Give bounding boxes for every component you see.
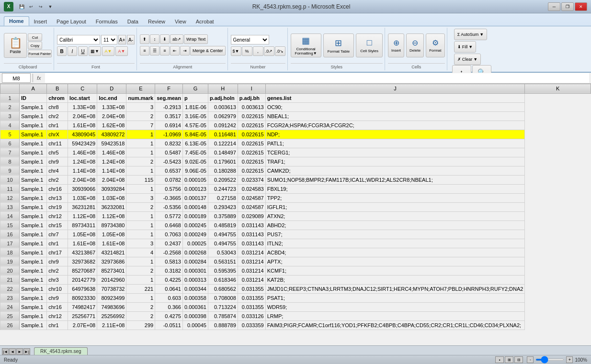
font-size-decrease-button[interactable]: A- bbox=[127, 35, 135, 44]
table-cell[interactable]: 0.022615 bbox=[238, 148, 265, 157]
table-cell[interactable]: TPP2; bbox=[265, 193, 525, 202]
table-cell[interactable]: num.mark bbox=[126, 93, 155, 102]
row-number[interactable]: 20 bbox=[0, 266, 20, 275]
table-cell[interactable]: 7 bbox=[126, 121, 155, 130]
italic-button[interactable]: I bbox=[68, 46, 77, 56]
table-cell[interactable]: 85270687 bbox=[68, 266, 97, 275]
table-cell[interactable]: chr1 bbox=[47, 239, 68, 248]
table-cell[interactable]: 0.022615 bbox=[238, 130, 265, 139]
table-cell[interactable]: 1.61E+08 bbox=[97, 239, 126, 248]
table-row[interactable]: 15Sample.1chr15897343118973438010.64680.… bbox=[0, 221, 591, 230]
format-table-button[interactable]: ⊞ Format Table bbox=[323, 33, 354, 57]
table-cell[interactable]: chr5 bbox=[47, 148, 68, 157]
table-cell[interactable]: 1.05E+08 bbox=[68, 230, 97, 239]
table-cell[interactable]: ABHD2; bbox=[265, 221, 525, 230]
table-cell[interactable]: 3 bbox=[126, 102, 155, 111]
table-cell[interactable]: 0.031143 bbox=[238, 221, 265, 230]
table-cell[interactable]: 0.000189 bbox=[182, 211, 208, 221]
table-cell[interactable]: loc.start bbox=[68, 93, 97, 102]
table-cell[interactable]: 0.485819 bbox=[208, 221, 238, 230]
fill-color-button[interactable]: A▼ bbox=[102, 46, 114, 56]
table-row[interactable]: 26Sample.1chr12.07E+082.11E+08299-0.0511… bbox=[0, 320, 591, 330]
table-cell[interactable]: 1.14E+08 bbox=[97, 166, 126, 175]
zoom-slider[interactable] bbox=[535, 359, 564, 361]
table-row[interactable]: 1IDchromloc.startloc.endnum.markseg.mean… bbox=[0, 93, 591, 102]
table-cell[interactable]: 0.148497 bbox=[208, 148, 238, 157]
row-number[interactable]: 15 bbox=[0, 221, 20, 230]
cell-reference-box[interactable]: M8 bbox=[2, 73, 31, 83]
table-cell[interactable]: 0.375889 bbox=[208, 211, 238, 221]
table-cell[interactable]: 0.618346 bbox=[208, 275, 238, 284]
table-cell[interactable]: Sample.1 bbox=[20, 230, 47, 239]
comma-button[interactable]: , bbox=[253, 46, 263, 56]
table-cell[interactable]: 0.022615 bbox=[238, 139, 265, 148]
table-cell[interactable]: 0.024587 bbox=[238, 193, 265, 202]
table-cell[interactable]: Sample.1 bbox=[20, 284, 47, 293]
table-cell[interactable]: 2.04E+08 bbox=[97, 175, 126, 184]
table-cell[interactable]: 20142960 bbox=[97, 275, 126, 284]
table-cell[interactable]: 0.27158 bbox=[208, 193, 238, 202]
table-cell[interactable]: 4 bbox=[126, 248, 155, 257]
merge-center-button[interactable]: Merge & Center bbox=[190, 46, 226, 55]
table-cell[interactable]: 0.3517 bbox=[155, 111, 183, 121]
table-cell[interactable]: 2.04E+08 bbox=[68, 111, 97, 121]
table-row[interactable]: 16Sample.1chr71.05E+081.05E+0810.70630.0… bbox=[0, 230, 591, 239]
table-cell[interactable]: -0.3665 bbox=[155, 193, 183, 202]
table-cell[interactable]: 0.888789 bbox=[208, 320, 238, 330]
table-cell[interactable]: 0.031355 bbox=[238, 293, 265, 302]
table-cell[interactable]: 0.000361 bbox=[182, 302, 208, 311]
table-cell[interactable]: 43214821 bbox=[97, 248, 126, 257]
table-cell[interactable]: 5.84E-05 bbox=[182, 130, 208, 139]
table-cell[interactable]: seg.mean bbox=[155, 93, 183, 102]
table-cell[interactable]: 85273401 bbox=[97, 266, 126, 275]
table-cell[interactable]: genes.list bbox=[265, 93, 525, 102]
table-cell[interactable]: p bbox=[182, 93, 208, 102]
table-row[interactable]: 24Sample.1chr16749824177498369620.3660.0… bbox=[0, 302, 591, 311]
table-cell[interactable]: 0.713224 bbox=[208, 302, 238, 311]
table-cell[interactable]: 59423518 bbox=[97, 139, 126, 148]
col-header-d[interactable]: D bbox=[97, 84, 126, 93]
table-cell[interactable]: IGFLR1; bbox=[265, 202, 525, 211]
decrease-indent-button[interactable]: ⇤ bbox=[170, 46, 180, 55]
table-cell[interactable]: loc.end bbox=[97, 93, 126, 102]
table-cell[interactable]: 80923330 bbox=[68, 293, 97, 302]
table-cell[interactable]: Sample.1 bbox=[20, 311, 47, 320]
table-cell[interactable]: -0.2913 bbox=[155, 102, 183, 111]
decrease-decimal-button[interactable]: .0↘ bbox=[275, 46, 285, 56]
table-cell[interactable]: 1.81E-06 bbox=[182, 102, 208, 111]
table-cell[interactable]: chr16 bbox=[47, 302, 68, 311]
table-cell[interactable]: chr19 bbox=[47, 202, 68, 211]
table-cell[interactable]: 1.12E+08 bbox=[68, 211, 97, 221]
table-row[interactable]: 21Sample.1chr3201427792014296010.42250.0… bbox=[0, 275, 591, 284]
table-cell[interactable]: 9.06E-05 bbox=[182, 166, 208, 175]
table-cell[interactable]: Sample.1 bbox=[20, 193, 47, 202]
row-number[interactable]: 13 bbox=[0, 202, 20, 211]
table-cell[interactable]: 0.000398 bbox=[182, 311, 208, 320]
autosum-button[interactable]: Σ AutoSum▼ bbox=[454, 29, 488, 40]
table-row[interactable]: 13Sample.1chr1936231281362320812-0.53560… bbox=[0, 202, 591, 211]
table-cell[interactable]: 1.05E+08 bbox=[97, 230, 126, 239]
table-cell[interactable]: chr1 bbox=[47, 121, 68, 130]
table-cell[interactable]: Sample.1 bbox=[20, 111, 47, 121]
table-cell[interactable]: 1.33E+08 bbox=[97, 102, 126, 111]
table-cell[interactable]: 221 bbox=[126, 284, 155, 293]
table-row[interactable]: 23Sample.1chr9809233308092349910.6030.00… bbox=[0, 293, 591, 302]
tab-first-button[interactable]: |◄ bbox=[2, 348, 9, 355]
table-cell[interactable]: 115 bbox=[126, 175, 155, 184]
format-painter-button[interactable]: Format Painter bbox=[28, 50, 52, 57]
tab-insert[interactable]: Insert bbox=[29, 17, 52, 26]
table-cell[interactable]: 1.61E+08 bbox=[68, 239, 97, 248]
underline-button[interactable]: U bbox=[78, 46, 88, 56]
table-cell[interactable]: WDR59; bbox=[265, 302, 525, 311]
table-cell[interactable]: -0.5356 bbox=[155, 202, 183, 211]
border-button[interactable]: ▦▼ bbox=[89, 46, 101, 56]
table-cell[interactable]: Sample.1 bbox=[20, 293, 47, 302]
table-cell[interactable]: Sample.1 bbox=[20, 239, 47, 248]
table-cell[interactable]: Sample.1 bbox=[20, 202, 47, 211]
delete-button[interactable]: ⊖ Delete bbox=[406, 33, 424, 57]
table-row[interactable]: 12Sample.1chr131.03E+081.03E+083-0.36650… bbox=[0, 193, 591, 202]
table-cell[interactable]: -1.0969 bbox=[155, 130, 183, 139]
conditional-formatting-button[interactable]: ▦ ConditionalFormatting▼ bbox=[291, 33, 321, 57]
table-cell[interactable]: 0.7063 bbox=[155, 230, 183, 239]
table-cell[interactable]: 1.24E+08 bbox=[97, 157, 126, 166]
